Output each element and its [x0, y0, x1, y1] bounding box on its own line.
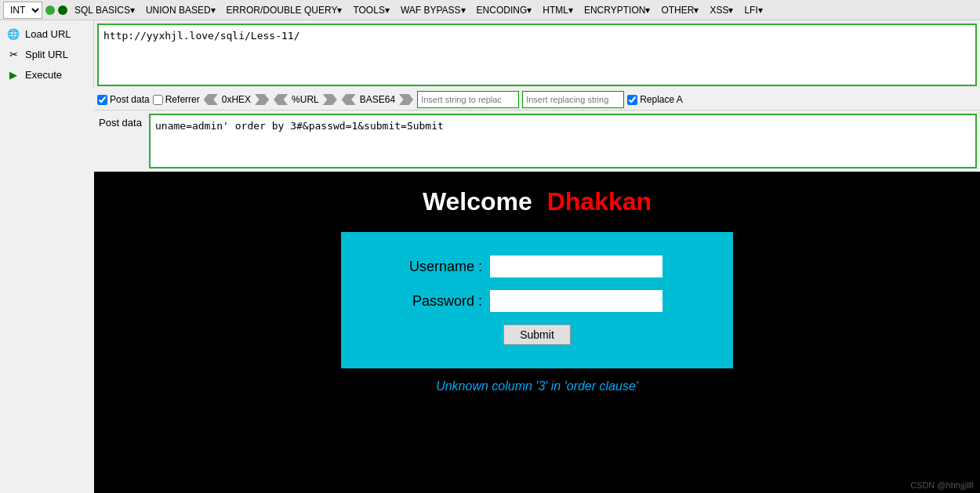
toolbar: INT SQL BASICS▾ UNION BASED▾ ERROR/DOUBL… [0, 0, 980, 20]
status-dot-green [45, 5, 55, 15]
menu-encoding[interactable]: ENCODING▾ [473, 3, 536, 17]
menu-error-double[interactable]: ERROR/DOUBLE QUERY▾ [223, 3, 347, 17]
menu-union-based[interactable]: UNION BASED▾ [142, 3, 220, 17]
menu-other[interactable]: OTHER▾ [657, 3, 702, 17]
menu-xss[interactable]: XSS▾ [706, 3, 737, 17]
menu-tools[interactable]: TOOLS▾ [349, 3, 393, 17]
menu-html[interactable]: HTML▾ [539, 3, 577, 17]
menu-waf-bypass[interactable]: WAF BYPASS▾ [397, 3, 470, 17]
status-dot-darkgreen [58, 5, 67, 15]
type-selector[interactable]: INT [3, 2, 42, 19]
menu-encryption[interactable]: ENCRYPTION▾ [580, 3, 654, 17]
menu-sql-basics[interactable]: SQL BASICS▾ [71, 3, 139, 17]
menu-lfi[interactable]: LFI▾ [740, 3, 766, 17]
